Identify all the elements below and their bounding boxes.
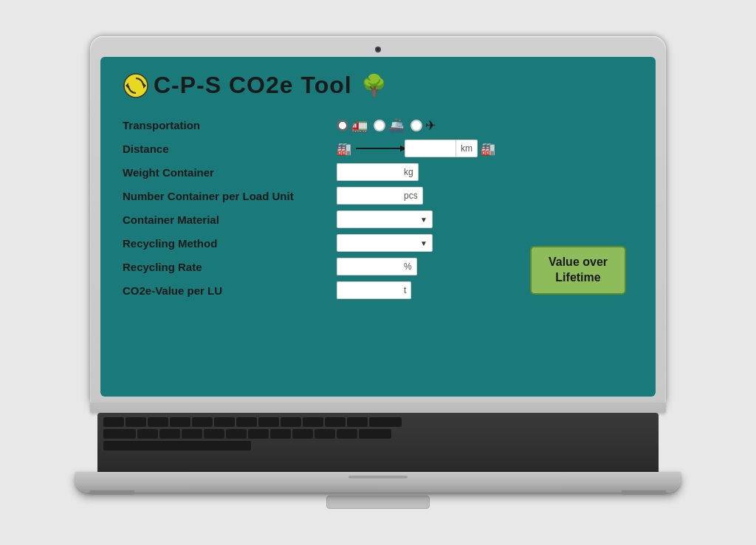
btn-line1: Value over: [549, 256, 608, 268]
distance-input-group: km: [405, 140, 478, 157]
key: [347, 417, 368, 427]
key: [182, 429, 202, 439]
ship-icon: 🚢: [388, 117, 405, 134]
key: [126, 417, 146, 427]
key: [270, 429, 291, 439]
screen-inner: C-P-S CO2e Tool 🌳 Transportation 🚛: [100, 57, 656, 397]
key: [226, 429, 247, 439]
key: [281, 417, 301, 427]
distance-arrow-line: [356, 148, 400, 149]
key: [369, 417, 402, 427]
trackpad-notch: [348, 476, 408, 479]
truck-icon: 🚛: [351, 117, 368, 134]
number-unit: pcs: [399, 187, 423, 205]
key: [325, 417, 346, 427]
base-top: [90, 402, 666, 413]
co2e-input[interactable]: [337, 281, 399, 299]
transport-ship[interactable]: 🚢: [374, 117, 405, 134]
key: [303, 417, 323, 427]
radio-truck[interactable]: [337, 120, 348, 131]
transportation-label: Transportation: [123, 114, 337, 137]
co2e-value-label: CO2e-Value per LU: [123, 279, 337, 302]
weight-label: Weight Container: [123, 161, 337, 184]
key: [248, 429, 269, 439]
recycling-method-label: Recycling Method: [123, 232, 337, 255]
webcam: [375, 47, 381, 52]
factory-left-icon: 🏭: [337, 142, 351, 156]
form-area: Transportation 🚛 🚢: [123, 114, 633, 302]
key: [292, 429, 313, 439]
container-material-dropdown[interactable]: ▼: [337, 210, 433, 228]
key: [103, 417, 124, 427]
container-material-control: ▼: [337, 208, 633, 231]
key: [359, 429, 391, 439]
transport-plane[interactable]: ✈: [410, 117, 436, 134]
keyboard-area: [97, 413, 659, 472]
transportation-control: 🚛 🚢 ✈: [337, 114, 633, 137]
dropdown-arrow-method: ▼: [420, 239, 427, 247]
foot-right: [622, 490, 666, 495]
distance-input[interactable]: [405, 140, 456, 157]
key: [337, 429, 357, 439]
base-body: [75, 472, 681, 493]
transport-truck[interactable]: 🚛: [337, 117, 368, 134]
foot-left: [90, 490, 134, 495]
spacebar: [103, 441, 251, 450]
tree-icon: 🌳: [361, 73, 387, 97]
distance-label: Distance: [123, 137, 337, 160]
app-title-bar: C-P-S CO2e Tool 🌳: [123, 72, 633, 99]
number-input[interactable]: [337, 187, 399, 205]
value-over-lifetime-button[interactable]: Value over Lifetime: [530, 246, 626, 295]
distance-unit: km: [456, 140, 478, 157]
distance-control: 🏭 km 🏭: [337, 137, 633, 160]
recycling-method-dropdown[interactable]: ▼: [337, 234, 433, 252]
key: [258, 417, 279, 427]
number-container-label: Number Container per Load Unit: [123, 185, 337, 208]
weight-input[interactable]: [337, 163, 399, 181]
key: [315, 429, 335, 439]
weight-unit: kg: [399, 163, 419, 181]
key: [214, 417, 235, 427]
laptop-base: [75, 402, 681, 509]
number-container-control: pcs: [337, 184, 633, 208]
factory-right-icon: 🏭: [481, 142, 495, 156]
key: [204, 429, 224, 439]
distance-row: 🏭 km 🏭: [337, 140, 495, 157]
recycling-rate-input-group: %: [337, 258, 417, 275]
app-title-text: C-P-S CO2e Tool: [154, 72, 352, 99]
key: [103, 429, 136, 439]
number-input-group: pcs: [337, 187, 423, 205]
key: [170, 417, 190, 427]
container-material-label: Container Material: [123, 208, 337, 231]
co2e-unit: t: [399, 281, 411, 299]
key: [192, 417, 213, 427]
weight-input-group: kg: [337, 163, 419, 181]
recycling-rate-label: Recycling Rate: [123, 256, 337, 278]
key: [236, 417, 257, 427]
app-screen: C-P-S CO2e Tool 🌳 Transportation 🚛: [100, 57, 656, 397]
dropdown-arrow-material: ▼: [420, 216, 427, 224]
key: [159, 429, 180, 439]
trackpad[interactable]: [326, 496, 430, 509]
co2e-input-group: t: [337, 281, 411, 299]
key: [148, 417, 168, 427]
key: [137, 429, 158, 439]
weight-control: kg: [337, 160, 633, 184]
radio-ship[interactable]: [374, 120, 385, 131]
keyboard-keys: [97, 413, 659, 455]
logo-icon: [123, 72, 149, 99]
recycling-rate-unit: %: [399, 258, 417, 275]
btn-line2: Lifetime: [555, 271, 600, 284]
screen-lid: C-P-S CO2e Tool 🌳 Transportation 🚛: [90, 36, 666, 402]
laptop-mockup: C-P-S CO2e Tool 🌳 Transportation 🚛: [75, 36, 681, 509]
transport-options: 🚛 🚢 ✈: [337, 117, 436, 134]
radio-plane[interactable]: [410, 120, 422, 131]
recycling-rate-input[interactable]: [337, 258, 399, 275]
plane-icon: ✈: [425, 117, 436, 134]
